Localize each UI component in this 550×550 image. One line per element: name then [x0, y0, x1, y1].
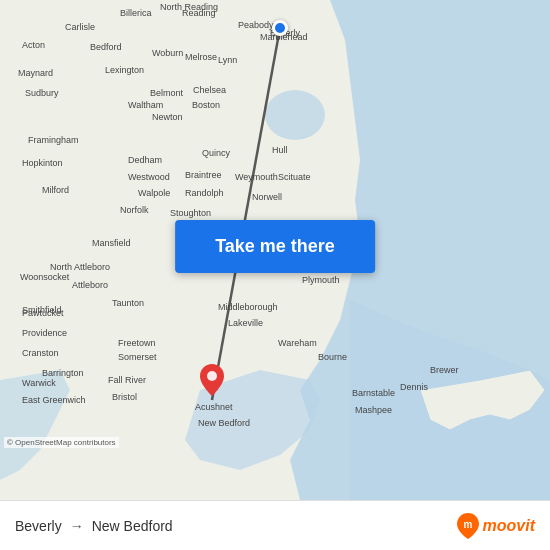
take-me-there-button[interactable]: Take me there — [175, 220, 375, 273]
end-marker — [200, 364, 224, 400]
moovit-text: moovit — [483, 517, 535, 535]
moovit-logo: m moovit — [457, 513, 535, 539]
bottom-bar: Beverly → New Bedford m moovit — [0, 500, 550, 550]
route-arrow-icon: → — [70, 518, 84, 534]
map-container: ReadingCarlisleBillericaNorth ReadingBev… — [0, 0, 550, 500]
route-to: New Bedford — [92, 518, 173, 534]
svg-point-2 — [207, 371, 217, 381]
route-from: Beverly — [15, 518, 62, 534]
start-marker — [272, 20, 288, 36]
svg-text:m: m — [463, 519, 472, 530]
route-info: Beverly → New Bedford — [15, 518, 173, 534]
map-attribution: © OpenStreetMap contributors — [4, 437, 119, 448]
moovit-logo-icon: m — [457, 513, 479, 539]
